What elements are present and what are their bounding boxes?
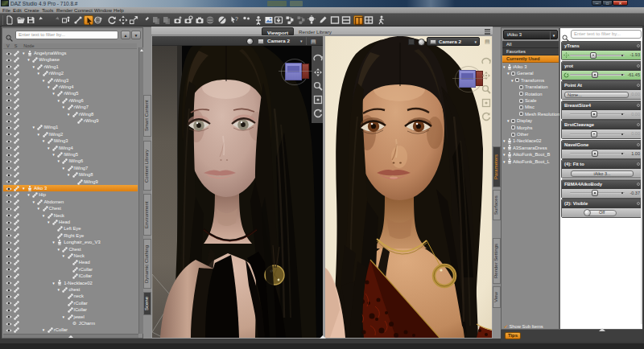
svg-text:?: ? <box>235 16 238 22</box>
